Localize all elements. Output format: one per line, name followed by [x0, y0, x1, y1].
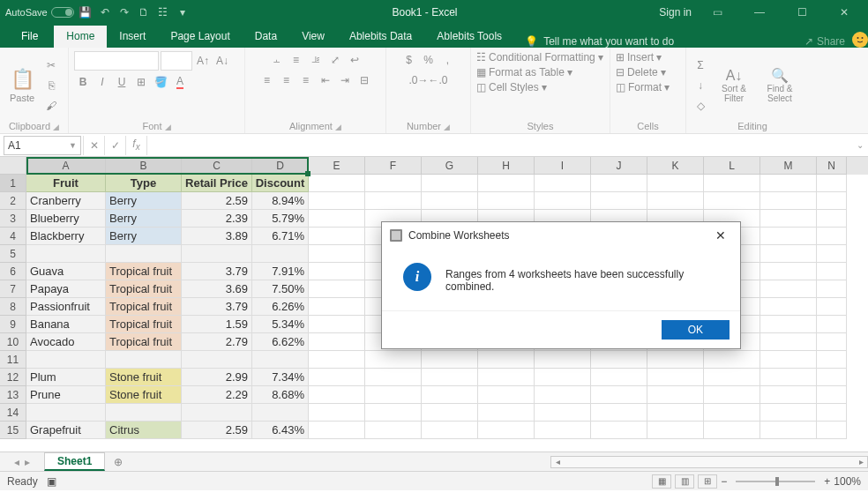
insert-cells-button[interactable]: ⊞ Insert ▾: [616, 51, 662, 63]
cell[interactable]: [422, 192, 478, 210]
cell[interactable]: 5.79%: [252, 210, 309, 228]
cell[interactable]: [365, 175, 422, 192]
cell[interactable]: [817, 192, 847, 210]
prev-sheet-icon[interactable]: ◂: [14, 456, 19, 468]
cell[interactable]: Stone fruit: [106, 369, 182, 386]
cell[interactable]: [309, 369, 365, 386]
launcher-icon[interactable]: ◢: [165, 123, 171, 131]
cell[interactable]: [26, 351, 106, 369]
column-header[interactable]: M: [760, 157, 817, 175]
cell[interactable]: Berry: [106, 228, 182, 245]
row-header[interactable]: 7: [0, 280, 26, 298]
cell[interactable]: 7.91%: [252, 263, 309, 280]
tab-ablebits-tools[interactable]: Ablebits Tools: [424, 26, 514, 48]
tab-page-layout[interactable]: Page Layout: [158, 26, 242, 48]
font-color-icon[interactable]: A: [171, 73, 189, 91]
cell[interactable]: Tropical fruit: [106, 316, 182, 333]
cell[interactable]: [309, 422, 365, 439]
cell[interactable]: [478, 369, 535, 386]
clear-icon[interactable]: ◇: [692, 97, 709, 115]
cell[interactable]: [760, 210, 817, 228]
cell[interactable]: [760, 351, 817, 369]
cell[interactable]: [704, 369, 760, 386]
cell[interactable]: [422, 175, 478, 192]
cell[interactable]: [309, 192, 365, 210]
cell[interactable]: [535, 192, 591, 210]
name-box[interactable]: A1 ▼: [4, 136, 81, 155]
cell[interactable]: [760, 422, 817, 439]
format-cells-button[interactable]: ◫ Format ▾: [616, 81, 670, 93]
cell[interactable]: [309, 333, 365, 351]
cell[interactable]: Berry: [106, 192, 182, 210]
cell[interactable]: [817, 333, 847, 351]
cell[interactable]: [365, 422, 422, 439]
share-button[interactable]: ↗ Share: [804, 35, 852, 48]
cell[interactable]: Tropical fruit: [106, 280, 182, 298]
cell[interactable]: 2.39: [182, 210, 252, 228]
column-header[interactable]: E: [309, 157, 365, 175]
cell[interactable]: [365, 351, 422, 369]
cell[interactable]: [704, 422, 760, 439]
cell[interactable]: [647, 351, 704, 369]
column-header[interactable]: N: [817, 157, 847, 175]
font-size-select[interactable]: [161, 51, 192, 71]
cell[interactable]: [647, 175, 704, 192]
cell[interactable]: [591, 404, 647, 422]
cell[interactable]: [535, 422, 591, 439]
increase-font-icon[interactable]: A↑: [194, 52, 212, 70]
touch-mode-icon[interactable]: ☷: [155, 4, 171, 20]
cell[interactable]: [760, 298, 817, 316]
cell[interactable]: 8.68%: [252, 386, 309, 404]
align-center-icon[interactable]: ≡: [278, 71, 296, 89]
cell[interactable]: [760, 192, 817, 210]
column-header[interactable]: D: [252, 157, 309, 175]
cell[interactable]: [760, 316, 817, 333]
undo-icon[interactable]: ↶: [97, 4, 113, 20]
dialog-titlebar[interactable]: Combine Worksheets ✕: [382, 222, 740, 249]
cell[interactable]: [309, 404, 365, 422]
formula-input[interactable]: [146, 136, 852, 155]
row-header[interactable]: 10: [0, 333, 26, 351]
cell[interactable]: Tropical fruit: [106, 298, 182, 316]
align-middle-icon[interactable]: ≡: [288, 51, 305, 69]
cell[interactable]: [591, 369, 647, 386]
maximize-button[interactable]: ☐: [785, 2, 819, 23]
cell[interactable]: [535, 404, 591, 422]
cell-header[interactable]: Fruit: [26, 175, 106, 192]
orientation-icon[interactable]: ⤢: [326, 51, 344, 69]
cell[interactable]: [252, 351, 309, 369]
row-header[interactable]: 12: [0, 369, 26, 386]
cell[interactable]: Plum: [26, 369, 106, 386]
conditional-formatting-button[interactable]: ☷ Conditional Formatting ▾: [476, 51, 603, 63]
cell[interactable]: 7.34%: [252, 369, 309, 386]
cell[interactable]: [817, 280, 847, 298]
cell-styles-button[interactable]: ◫ Cell Styles ▾: [476, 81, 547, 93]
horizontal-scrollbar[interactable]: ◂ ▸: [550, 456, 868, 468]
cell[interactable]: [309, 175, 365, 192]
align-bottom-icon[interactable]: ⫡: [307, 51, 325, 69]
scroll-left-icon[interactable]: ◂: [551, 457, 564, 466]
cell[interactable]: [478, 422, 535, 439]
row-header[interactable]: 5: [0, 245, 26, 263]
cell[interactable]: [309, 263, 365, 280]
column-header[interactable]: G: [422, 157, 478, 175]
format-painter-icon[interactable]: 🖌: [42, 97, 60, 115]
cell[interactable]: [309, 280, 365, 298]
cell[interactable]: [309, 298, 365, 316]
cell[interactable]: 2.59: [182, 192, 252, 210]
fx-icon[interactable]: fx: [125, 136, 146, 155]
cell[interactable]: [817, 175, 847, 192]
cell[interactable]: [760, 175, 817, 192]
cell[interactable]: Citrus: [106, 422, 182, 439]
cell[interactable]: [760, 386, 817, 404]
cell[interactable]: [591, 422, 647, 439]
cell[interactable]: 6.43%: [252, 422, 309, 439]
tell-me-search[interactable]: 💡 Tell me what you want to do: [514, 35, 804, 48]
cell[interactable]: [309, 245, 365, 263]
tab-ablebits-data[interactable]: Ablebits Data: [337, 26, 424, 48]
merge-center-icon[interactable]: ⊟: [355, 71, 373, 89]
cell[interactable]: [26, 404, 106, 422]
tab-view[interactable]: View: [289, 26, 337, 48]
find-select-button[interactable]: 🔍 Find & Select: [759, 67, 801, 103]
cell[interactable]: [422, 369, 478, 386]
